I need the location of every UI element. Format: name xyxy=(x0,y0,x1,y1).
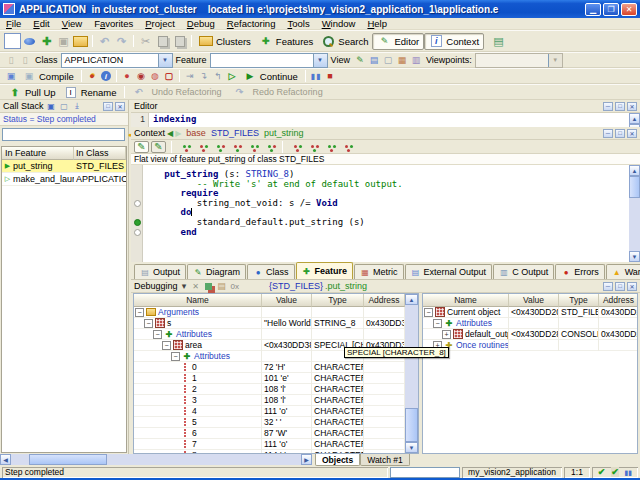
bottom-tab-objects[interactable]: Objects xyxy=(315,454,360,466)
clear-breakpoints-icon[interactable] xyxy=(148,70,162,83)
grid-row[interactable]: 7111 'o'CHARACTER_8 xyxy=(134,439,405,450)
column-value[interactable]: Value xyxy=(262,294,312,307)
tab-errors[interactable]: Errors xyxy=(555,264,605,279)
grid-row[interactable]: +default_output<0x430DD28>CONSOLE0x430DD… xyxy=(423,329,637,340)
close-button[interactable]: ✕ xyxy=(621,3,637,16)
clients-icon[interactable] xyxy=(211,141,226,153)
panel-maximize-icon[interactable]: □ xyxy=(615,102,625,111)
breakpoint-slot-icon[interactable] xyxy=(134,229,141,236)
class-combobox-arrow-icon[interactable]: ▼ xyxy=(158,54,172,67)
undo-refactoring-button[interactable]: Undo Refactoring xyxy=(128,85,229,100)
search-button[interactable]: Search xyxy=(317,34,372,49)
paste-icon[interactable] xyxy=(171,33,188,49)
status-search-input[interactable] xyxy=(390,467,460,478)
debug-run-icon[interactable] xyxy=(120,70,134,83)
descendants-icon[interactable] xyxy=(194,141,209,153)
breakpoints-window-icon[interactable] xyxy=(162,70,176,83)
pause-icon[interactable] xyxy=(309,70,323,83)
grid-row[interactable]: −Attributes xyxy=(134,329,405,340)
tab-external-output[interactable]: External Output xyxy=(405,264,493,279)
collapse-toggle[interactable]: − xyxy=(135,308,144,317)
stop-icon[interactable] xyxy=(323,70,337,83)
redo-refactoring-button[interactable]: Redo Refactoring xyxy=(229,85,330,100)
scroll-thumb[interactable] xyxy=(629,176,640,198)
clusters-button[interactable]: Clusters xyxy=(195,34,255,49)
editor-vertical-scrollbar[interactable]: ▲ ▼ xyxy=(629,113,640,127)
menu-project[interactable]: Project xyxy=(139,18,181,29)
grid-row[interactable]: 3108 'l'CHARACTER_8 xyxy=(134,395,405,406)
menu-debug[interactable]: Debug xyxy=(181,18,221,29)
expand-toggle[interactable]: + xyxy=(442,330,451,339)
new-feature-icon[interactable] xyxy=(38,33,55,49)
collapse-toggle[interactable]: − xyxy=(162,341,171,350)
dropdown-icon[interactable] xyxy=(180,280,189,293)
history-back-icon[interactable]: ◀ xyxy=(167,129,173,138)
tab-c-output[interactable]: C Output xyxy=(493,264,554,279)
breadcrumb-class[interactable]: STD_FILES xyxy=(211,128,259,138)
scroll-down-icon[interactable]: ▼ xyxy=(629,251,640,262)
grid-row[interactable]: 2108 'l'CHARACTER_8 xyxy=(134,384,405,395)
menu-file[interactable]: File xyxy=(0,18,27,29)
menu-view[interactable]: View xyxy=(56,18,88,29)
editor-body[interactable]: 1 indexing xyxy=(131,113,640,127)
clickable-view-icon[interactable] xyxy=(151,141,166,153)
editor-toggle[interactable]: Editor xyxy=(372,33,424,50)
new-window-call-stack-icon[interactable] xyxy=(59,100,70,113)
viewpoints-combobox[interactable]: ▼ xyxy=(475,53,563,68)
view-flat-icon[interactable] xyxy=(367,54,381,67)
class-history-back-icon[interactable] xyxy=(4,54,18,67)
grid-row[interactable]: 072 'H'CHARACTER_8 xyxy=(134,362,405,373)
column-name[interactable]: Name xyxy=(134,294,262,307)
column-value[interactable]: Value xyxy=(509,294,559,307)
panel-minimize-icon[interactable]: ─ xyxy=(603,129,613,138)
panel-close-icon[interactable]: ✕ xyxy=(627,282,637,291)
remove-object-icon[interactable] xyxy=(191,280,201,293)
call-stack-row[interactable]: ▷make_and_launch*APPLICATION xyxy=(2,173,126,186)
menu-help[interactable]: Help xyxy=(361,18,393,29)
callees-icon[interactable] xyxy=(305,141,320,153)
menu-tools[interactable]: Tools xyxy=(281,18,315,29)
bottom-tab-watch-1[interactable]: Watch #1 xyxy=(360,454,410,466)
code-line[interactable]: standard_default.put_string (s) xyxy=(131,218,629,228)
continue-button[interactable]: Continue xyxy=(239,69,302,84)
view-editor-icon[interactable] xyxy=(353,54,367,67)
collapse-toggle[interactable]: − xyxy=(433,319,442,328)
melt-icon[interactable] xyxy=(4,70,18,83)
redo-icon[interactable] xyxy=(113,33,130,49)
tab-output[interactable]: Output xyxy=(134,264,186,279)
breadcrumb-cluster[interactable]: base xyxy=(186,128,206,138)
context-vertical-scrollbar[interactable]: ▲ ▼ xyxy=(629,165,640,262)
scroll-up-icon[interactable]: ▲ xyxy=(629,113,640,124)
panel-maximize-icon[interactable]: □ xyxy=(103,102,113,111)
open-file-icon[interactable] xyxy=(72,33,89,49)
context-toggle[interactable]: Context xyxy=(424,33,484,50)
grid-row[interactable]: −s"Hello World!"STRING_80x430DD30 xyxy=(134,318,405,329)
current-line-marker-icon[interactable] xyxy=(134,219,141,226)
implementers-icon[interactable] xyxy=(322,141,337,153)
breadcrumb-feature[interactable]: put_string xyxy=(264,128,304,138)
class-history-forward-icon[interactable] xyxy=(18,54,32,67)
collapse-toggle[interactable]: − xyxy=(171,352,180,361)
column-type[interactable]: Type xyxy=(559,294,599,307)
debugged-feature[interactable]: .put_string xyxy=(325,281,367,291)
menu-favorites[interactable]: Favorites xyxy=(88,18,139,29)
panel-minimize-icon[interactable]: ─ xyxy=(603,282,613,291)
viewpoints-combobox-arrow-icon[interactable]: ▼ xyxy=(548,54,562,67)
view-flat-contract-icon[interactable] xyxy=(409,54,423,67)
new-window-icon[interactable] xyxy=(4,33,21,49)
column-address[interactable]: Address xyxy=(599,294,638,307)
tab-class[interactable]: Class xyxy=(247,264,295,279)
horizontal-scrollbar[interactable]: ◀ ▶ xyxy=(0,454,312,465)
tab-feature[interactable]: Feature xyxy=(296,262,354,279)
grid-row[interactable]: 1101 'e'CHARACTER_8 xyxy=(134,373,405,384)
import-call-stack-icon[interactable] xyxy=(72,100,83,113)
history-forward-icon[interactable]: ▶ xyxy=(175,129,181,138)
copy-object-icon[interactable] xyxy=(217,280,227,293)
attributes-view-icon[interactable] xyxy=(245,141,260,153)
ancestors-icon[interactable] xyxy=(177,141,192,153)
menu-edit[interactable]: Edit xyxy=(27,18,55,29)
class-combobox[interactable]: APPLICATION ▼ xyxy=(61,53,173,68)
step-into-icon[interactable] xyxy=(197,70,211,83)
call-stack-row[interactable]: ▶put_stringSTD_FILES xyxy=(2,160,126,173)
panel-maximize-icon[interactable]: □ xyxy=(615,282,625,291)
